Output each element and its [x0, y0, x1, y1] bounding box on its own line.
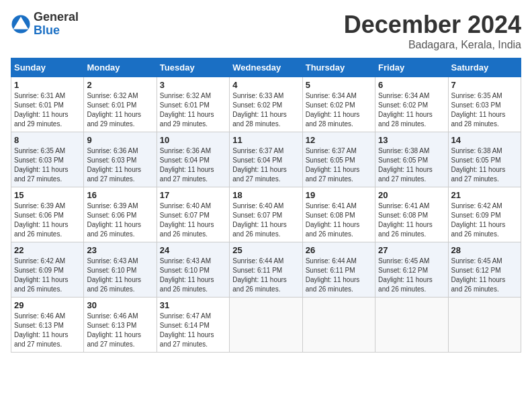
table-row: 4Sunrise: 6:33 AM Sunset: 6:02 PM Daylig…: [230, 77, 302, 132]
table-row: 15Sunrise: 6:39 AM Sunset: 6:06 PM Dayli…: [11, 187, 84, 242]
table-row: 27Sunrise: 6:45 AM Sunset: 6:12 PM Dayli…: [375, 242, 448, 298]
day-info: Sunrise: 6:35 AM Sunset: 6:03 PM Dayligh…: [14, 146, 81, 184]
header-monday: Monday: [84, 58, 157, 77]
calendar-week-row: 15Sunrise: 6:39 AM Sunset: 6:06 PM Dayli…: [11, 187, 521, 242]
table-row: 8Sunrise: 6:35 AM Sunset: 6:03 PM Daylig…: [11, 132, 84, 187]
title-area: December 2024 Badagara, Kerala, India: [344, 11, 521, 51]
day-number: 23: [87, 245, 153, 255]
table-row: 12Sunrise: 6:37 AM Sunset: 6:05 PM Dayli…: [302, 132, 375, 187]
table-row: 16Sunrise: 6:39 AM Sunset: 6:06 PM Dayli…: [84, 187, 157, 242]
day-number: 3: [160, 80, 226, 90]
day-number: 15: [14, 190, 81, 200]
day-info: Sunrise: 6:33 AM Sunset: 6:02 PM Dayligh…: [232, 91, 299, 129]
day-number: 5: [306, 80, 372, 90]
table-row: 14Sunrise: 6:38 AM Sunset: 6:05 PM Dayli…: [448, 132, 521, 187]
day-info: Sunrise: 6:44 AM Sunset: 6:11 PM Dayligh…: [232, 257, 299, 294]
table-row: [448, 298, 521, 353]
day-number: 8: [14, 135, 81, 145]
day-info: Sunrise: 6:39 AM Sunset: 6:06 PM Dayligh…: [14, 201, 81, 239]
day-info: Sunrise: 6:45 AM Sunset: 6:12 PM Dayligh…: [451, 257, 518, 294]
day-info: Sunrise: 6:41 AM Sunset: 6:08 PM Dayligh…: [306, 201, 372, 239]
day-number: 28: [451, 245, 518, 255]
day-info: Sunrise: 6:38 AM Sunset: 6:05 PM Dayligh…: [378, 146, 445, 184]
month-title: December 2024: [344, 11, 521, 39]
day-number: 25: [232, 245, 299, 255]
calendar-table: Sunday Monday Tuesday Wednesday Thursday…: [11, 58, 521, 353]
logo: General Blue: [11, 11, 79, 38]
table-row: 26Sunrise: 6:44 AM Sunset: 6:11 PM Dayli…: [302, 242, 375, 298]
table-row: 20Sunrise: 6:41 AM Sunset: 6:08 PM Dayli…: [375, 187, 448, 242]
day-number: 19: [306, 190, 372, 200]
day-number: 30: [87, 300, 153, 310]
table-row: 19Sunrise: 6:41 AM Sunset: 6:08 PM Dayli…: [302, 187, 375, 242]
day-number: 13: [378, 135, 445, 145]
day-number: 6: [378, 80, 445, 90]
table-row: 18Sunrise: 6:40 AM Sunset: 6:07 PM Dayli…: [230, 187, 302, 242]
day-number: 16: [87, 190, 153, 200]
day-info: Sunrise: 6:42 AM Sunset: 6:09 PM Dayligh…: [14, 257, 81, 294]
day-number: 24: [160, 245, 226, 255]
table-row: 5Sunrise: 6:34 AM Sunset: 6:02 PM Daylig…: [302, 77, 375, 132]
header-friday: Friday: [375, 58, 448, 77]
day-number: 2: [87, 80, 153, 90]
day-number: 14: [451, 135, 518, 145]
table-row: 25Sunrise: 6:44 AM Sunset: 6:11 PM Dayli…: [230, 242, 302, 298]
table-row: 6Sunrise: 6:34 AM Sunset: 6:02 PM Daylig…: [375, 77, 448, 132]
table-row: [230, 298, 302, 353]
day-info: Sunrise: 6:42 AM Sunset: 6:09 PM Dayligh…: [451, 201, 518, 239]
page-header: General Blue December 2024 Badagara, Ker…: [11, 11, 521, 51]
day-info: Sunrise: 6:46 AM Sunset: 6:13 PM Dayligh…: [14, 312, 81, 349]
day-number: 12: [306, 135, 372, 145]
day-info: Sunrise: 6:32 AM Sunset: 6:01 PM Dayligh…: [87, 91, 153, 129]
table-row: 1Sunrise: 6:31 AM Sunset: 6:01 PM Daylig…: [11, 77, 84, 132]
header-saturday: Saturday: [448, 58, 521, 77]
day-info: Sunrise: 6:38 AM Sunset: 6:05 PM Dayligh…: [451, 146, 518, 184]
day-info: Sunrise: 6:35 AM Sunset: 6:03 PM Dayligh…: [451, 91, 518, 129]
day-info: Sunrise: 6:36 AM Sunset: 6:04 PM Dayligh…: [160, 146, 226, 184]
table-row: 3Sunrise: 6:32 AM Sunset: 6:01 PM Daylig…: [157, 77, 229, 132]
logo-general-text: General: [34, 10, 79, 24]
header-sunday: Sunday: [11, 58, 84, 77]
day-number: 21: [451, 190, 518, 200]
day-number: 10: [160, 135, 226, 145]
day-info: Sunrise: 6:41 AM Sunset: 6:08 PM Dayligh…: [378, 201, 445, 239]
calendar-week-row: 1Sunrise: 6:31 AM Sunset: 6:01 PM Daylig…: [11, 77, 521, 132]
day-info: Sunrise: 6:39 AM Sunset: 6:06 PM Dayligh…: [87, 201, 153, 239]
table-row: 10Sunrise: 6:36 AM Sunset: 6:04 PM Dayli…: [157, 132, 229, 187]
day-number: 11: [232, 135, 299, 145]
table-row: [302, 298, 375, 353]
day-number: 29: [14, 300, 81, 310]
day-info: Sunrise: 6:34 AM Sunset: 6:02 PM Dayligh…: [306, 91, 372, 129]
logo-blue-text: Blue: [34, 24, 60, 37]
table-row: 30Sunrise: 6:46 AM Sunset: 6:13 PM Dayli…: [84, 298, 157, 353]
day-info: Sunrise: 6:43 AM Sunset: 6:10 PM Dayligh…: [160, 257, 226, 294]
day-number: 22: [14, 245, 81, 255]
day-number: 27: [378, 245, 445, 255]
header-thursday: Thursday: [302, 58, 375, 77]
table-row: 29Sunrise: 6:46 AM Sunset: 6:13 PM Dayli…: [11, 298, 84, 353]
day-info: Sunrise: 6:34 AM Sunset: 6:02 PM Dayligh…: [378, 91, 445, 129]
table-row: [375, 298, 448, 353]
day-info: Sunrise: 6:31 AM Sunset: 6:01 PM Dayligh…: [14, 91, 81, 129]
day-info: Sunrise: 6:37 AM Sunset: 6:04 PM Dayligh…: [232, 146, 299, 184]
day-info: Sunrise: 6:40 AM Sunset: 6:07 PM Dayligh…: [232, 201, 299, 239]
day-info: Sunrise: 6:32 AM Sunset: 6:01 PM Dayligh…: [160, 91, 226, 129]
table-row: 2Sunrise: 6:32 AM Sunset: 6:01 PM Daylig…: [84, 77, 157, 132]
day-info: Sunrise: 6:43 AM Sunset: 6:10 PM Dayligh…: [87, 257, 153, 294]
table-row: 17Sunrise: 6:40 AM Sunset: 6:07 PM Dayli…: [157, 187, 229, 242]
table-row: 7Sunrise: 6:35 AM Sunset: 6:03 PM Daylig…: [448, 77, 521, 132]
table-row: 24Sunrise: 6:43 AM Sunset: 6:10 PM Dayli…: [157, 242, 229, 298]
table-row: 31Sunrise: 6:47 AM Sunset: 6:14 PM Dayli…: [157, 298, 229, 353]
table-row: 28Sunrise: 6:45 AM Sunset: 6:12 PM Dayli…: [448, 242, 521, 298]
table-row: 13Sunrise: 6:38 AM Sunset: 6:05 PM Dayli…: [375, 132, 448, 187]
table-row: 11Sunrise: 6:37 AM Sunset: 6:04 PM Dayli…: [230, 132, 302, 187]
day-info: Sunrise: 6:45 AM Sunset: 6:12 PM Dayligh…: [378, 257, 445, 294]
day-info: Sunrise: 6:40 AM Sunset: 6:07 PM Dayligh…: [160, 201, 226, 239]
header-tuesday: Tuesday: [157, 58, 229, 77]
day-number: 20: [378, 190, 445, 200]
day-number: 1: [14, 80, 81, 90]
day-info: Sunrise: 6:36 AM Sunset: 6:03 PM Dayligh…: [87, 146, 153, 184]
weekday-header-row: Sunday Monday Tuesday Wednesday Thursday…: [11, 58, 521, 77]
location-text: Badagara, Kerala, India: [344, 39, 521, 51]
table-row: 21Sunrise: 6:42 AM Sunset: 6:09 PM Dayli…: [448, 187, 521, 242]
